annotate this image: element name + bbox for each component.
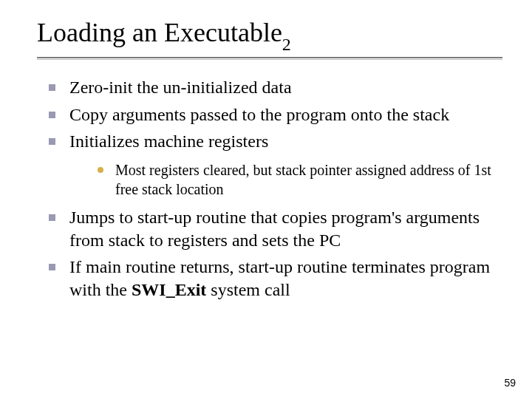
list-item: Initializes machine registers Most regis… — [46, 130, 502, 199]
bullet-text: Copy arguments passed to the program ont… — [69, 105, 449, 124]
title-block: Loading an Executable2 — [37, 18, 502, 60]
title-rule — [37, 57, 502, 60]
list-item: Copy arguments passed to the program ont… — [46, 103, 502, 126]
bullet-list: Zero-init the un-initialized data Copy a… — [37, 76, 502, 301]
bullet-text-post: system call — [206, 280, 290, 299]
title-main: Loading an Executable — [37, 18, 282, 47]
title-subscript: 2 — [282, 35, 291, 54]
bullet-text: Initializes machine registers — [69, 132, 268, 151]
bullet-text: Zero-init the un-initialized data — [69, 78, 292, 97]
slide-title: Loading an Executable2 — [37, 18, 502, 52]
page-number: 59 — [504, 377, 516, 389]
list-item: Most registers cleared, but stack pointe… — [95, 160, 502, 199]
list-item: Zero-init the un-initialized data — [46, 76, 502, 99]
slide: Loading an Executable2 Zero-init the un-… — [0, 0, 532, 399]
sub-bullet-list: Most registers cleared, but stack pointe… — [69, 160, 502, 199]
bullet-text-bold: SWI_Exit — [132, 280, 206, 299]
bullet-text: Jumps to start-up routine that copies pr… — [69, 208, 480, 250]
list-item: Jumps to start-up routine that copies pr… — [46, 206, 502, 251]
bullet-text: Most registers cleared, but stack pointe… — [115, 162, 491, 197]
list-item: If main routine returns, start-up routin… — [46, 256, 502, 301]
